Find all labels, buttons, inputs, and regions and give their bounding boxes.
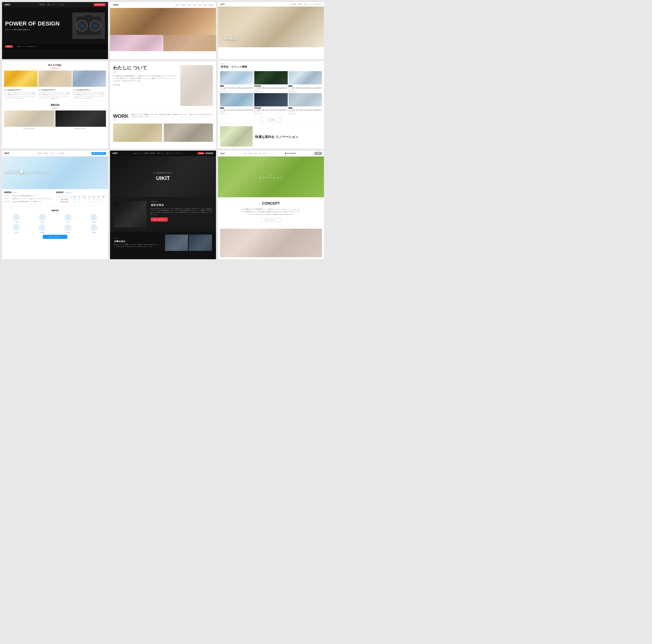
nav-links-3: 会社概要 事業内容 実績 アクセス お問い合わせ (291, 3, 322, 5)
th-thu: 木 (87, 195, 91, 198)
event-grid: 対面 リノベ事例：間取り変更で生活空間を自由に設定図対面見学について 2000.… (218, 70, 324, 116)
kitchen-bg (218, 6, 324, 47)
treatment-label-6: 一般歯科 (40, 232, 44, 233)
nav-blog[interactable]: blog (198, 4, 201, 6)
nav8-factory[interactable]: 工場について (157, 153, 164, 154)
nav8-hr[interactable]: 人材について (166, 153, 173, 154)
th-mon: 月 (72, 195, 77, 198)
news-date-3: 2020.00.00 (4, 201, 10, 203)
nav-item-1[interactable]: 事業内容 (39, 4, 45, 6)
nav9-home[interactable]: HOME (243, 153, 247, 154)
nav-news[interactable]: news (203, 4, 207, 6)
strengths-img-1 (4, 71, 37, 87)
contact-btn-1[interactable]: お問い合わせ (94, 3, 106, 6)
feature-3: ニーズに応えるデザイン ビジネスのニーズに応えるカスタマイズデザインを提供します… (73, 89, 106, 99)
nav-links-8: あなたについて 会社概要 事業内容 工場について 人材について プロジェクト (133, 153, 182, 154)
reno-text: ABOUT US 快適な室内を リノベーション (255, 134, 322, 139)
reno-title: 快適な室内を リノベーション (255, 135, 322, 139)
nav9-menu[interactable]: MENU (254, 153, 257, 154)
strengths-img-3 (73, 71, 106, 87)
nav-works[interactable]: works (187, 4, 191, 6)
nav-director[interactable]: 院長紹介 (44, 153, 49, 154)
nav-faq[interactable]: よくある質問 (57, 153, 64, 154)
nav-item-3[interactable]: アクセス (59, 4, 65, 6)
news-col: 新着情報 NEWS 2020.00.00 【お知らせ】2024年度 診療室情報に… (4, 191, 54, 204)
nav-access[interactable]: アクセス (308, 3, 313, 5)
dot-1-wed: ● (82, 198, 87, 200)
nav-service3[interactable]: 事業内容 (297, 3, 302, 5)
nav9-concept[interactable]: CONCEPT (248, 153, 253, 154)
reserve-btn-9[interactable]: ご予約 (315, 152, 322, 155)
treatment-more-btn[interactable]: 詳しくはこちら › (43, 235, 67, 239)
news-text-3[interactable]: 【お知らせ】診療時間の変更についての情報について (12, 201, 41, 203)
news-btn-1[interactable]: NEWS (5, 45, 13, 48)
logo-7: UIKIT (4, 152, 9, 155)
treatment-icon-7: 🦷 (64, 224, 72, 231)
th-time (56, 195, 72, 198)
nav9-staff[interactable]: STAFF (258, 153, 261, 154)
news-text-1[interactable]: 【お知らせ】2024年度 診療室情報について (12, 195, 36, 197)
nav-results[interactable]: 実績 (304, 3, 306, 5)
about-more[interactable]: more more (113, 84, 176, 85)
service-label-1: プロダクトデザイン (4, 128, 55, 130)
concept-section: CONCEPT 美と健康を実力する美容整理師として、最高のテクノロジーとプロフェ… (218, 197, 324, 229)
about-img (180, 65, 213, 106)
nav-service[interactable]: service (181, 4, 185, 6)
feature-1-desc: ビジネスのニーズに応えるカスタマイズデザインを提供します。機能性あるプロダクトデ… (4, 92, 37, 99)
events-more-btn[interactable]: もっと見る › (261, 117, 281, 122)
nav8-project[interactable]: プロジェクト (174, 153, 182, 154)
hero-overlay-3: 家に還ろう HOUS (224, 34, 237, 41)
work-title: WORK (113, 113, 129, 119)
event-title-5[interactable]: リノベ事例：間取り変更で生活空間を自由に設定図対面見学について (254, 109, 288, 113)
news-item-1: 2020.00.00 【お知らせ】2024年度 診療室情報について (4, 195, 54, 197)
reno-img (220, 126, 253, 146)
treatment-item-4: 🦷 一般歯科 (82, 214, 106, 223)
nav-access7[interactable]: アクセス (50, 153, 55, 154)
event-date-2: 2000.00.00 - 対面 (254, 91, 288, 92)
clinic-nav: UIKIT 診療内容 院長紹介 アクセス よくある質問 ☎ 012-234-56… (2, 151, 108, 157)
event-item-5: オンライン リノベ事例：間取り変更で生活空間を自由に設定図対面見学について 20… (254, 93, 288, 114)
nav8-service[interactable]: 事業内容 (150, 153, 155, 154)
concept-more-btn[interactable]: 詳しくはこちら › (261, 218, 281, 222)
job-desc: 製品デザインには、機能性、デザイン性、安全性などを考慮した制作を行います。また、… (114, 244, 161, 248)
nav-btns-8: 採用情報 お問合せ窓口 (198, 152, 214, 154)
clinic-hero-content: 安心で優しい デザイン A happy design (5, 169, 53, 176)
nav8-company[interactable]: 会社概要 (144, 153, 148, 154)
camera-body (76, 17, 101, 35)
nav-treatment[interactable]: 診療内容 (37, 153, 42, 154)
nav-contact[interactable]: contact (209, 4, 213, 6)
nav-company[interactable]: 会社概要 (291, 3, 296, 5)
contact-btn-8[interactable]: お問合せ窓口 (205, 152, 214, 154)
event-title-4[interactable]: リノベ事例：間取り変更で生活空間を自由に設定図対面見学について (220, 109, 253, 113)
about-desc: 美と健康を実力する美容整理師として、最高のテクノロジーと厚い信念あるプロフェッシ… (113, 75, 176, 82)
event-title-3[interactable]: リノベ事例：間取り変更で生活空間を自由に設定図対面見学について (289, 87, 322, 91)
nav-contact3[interactable]: お問い合わせ (315, 3, 322, 5)
tel-btn[interactable]: ☎ 012-234-5678 (91, 152, 106, 155)
nav9-about[interactable]: ABOUT (263, 153, 266, 154)
service-label-2: プロダクトデザイン (55, 128, 106, 130)
event-title-6[interactable]: リノベ事例：間取り変更で生活空間を自由に設定図対面見学について (289, 109, 322, 113)
strengths-img-row (2, 71, 108, 87)
work-images (113, 124, 213, 142)
news-text-2[interactable]: 【お知らせ】コミュニケーション及びオンラインカウンセリングについて (12, 198, 52, 200)
feature-2-desc: ビジネスのニーズに応えるカスタマイズデザインを提供します。機能性あるプロダクトデ… (38, 92, 71, 99)
dot-2-sun: - (101, 200, 106, 203)
nav-price[interactable]: price (193, 4, 196, 6)
treatment-title: 診療内容 (4, 209, 106, 212)
recruit-btn-8[interactable]: 採用情報 (198, 152, 204, 154)
hero8-overlay: ニーズに応えるデザイン UIKIT (110, 156, 216, 197)
card-events: EVENT 見学会・イベント情報 対面 リノベ事例：間取り変更で生活空間を自由に… (218, 61, 324, 149)
event-title-1[interactable]: リノベ事例：間取り変更で生活空間を自由に設定図対面見学について (220, 87, 253, 91)
nav-links-7: 診療内容 院長紹介 アクセス よくある質問 (37, 153, 64, 154)
nav-links-1: 事業内容 実績・スタッフ アクセス (39, 4, 65, 6)
company-btn[interactable]: 詳しくはこちら › (151, 217, 168, 221)
nav8-about[interactable]: あなたについて (133, 153, 142, 154)
event-title-2[interactable]: リノベ事例：間取り変更で生活空間を自由に設定図対面見学について (254, 87, 288, 91)
nav-item-2[interactable]: 実績・スタッフ (47, 4, 57, 6)
nav-links-9: HOME CONCEPT MENU STAFF ABOUT (243, 153, 266, 154)
company-text: COMPANY 会社を知る あなたが今日のビジネスにおいて、デザインを優に向けて… (151, 201, 212, 227)
nav-about[interactable]: about (175, 4, 179, 6)
dot-2-tue: ● (77, 200, 82, 203)
treatment-grid: 🦷 一般歯科 🦷 一般歯科 🦷 一般歯科 🦷 一般歯科 🦷 一般歯 (4, 214, 106, 233)
about-title: わたしに ついて (113, 65, 176, 71)
